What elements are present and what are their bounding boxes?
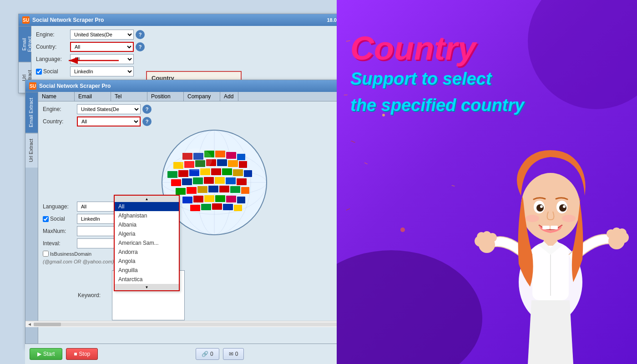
svg-rect-35 (226, 177, 236, 184)
svg-point-63 (488, 233, 497, 242)
link-button[interactable]: 🔗 0 (196, 348, 219, 360)
svg-rect-37 (176, 188, 186, 195)
svg-rect-20 (228, 160, 238, 167)
svg-rect-49 (237, 197, 245, 203)
svg-rect-29 (244, 170, 252, 177)
svg-rect-50 (190, 205, 200, 211)
svg-rect-46 (204, 195, 214, 202)
start-icon: ▶ (37, 351, 41, 357)
bg-social-checkbox[interactable] (36, 69, 42, 75)
col-tel: Tel (111, 92, 147, 101)
dropdown-item-anguilla[interactable]: Anguilla (115, 266, 179, 275)
svg-rect-52 (212, 203, 222, 210)
bg-window-titlebar: SU Social Network Scraper Pro 18.0.1 — □… (19, 14, 337, 26)
svg-rect-78 (551, 226, 558, 229)
fg-country-select[interactable]: All (77, 116, 141, 126)
svg-point-75 (540, 205, 543, 208)
dropdown-item-antarctica[interactable]: Antarctica (115, 275, 179, 284)
bg-country-row: Country: All ? (36, 42, 337, 52)
fg-url-extract-tab[interactable]: Url Extract (25, 133, 38, 167)
svg-rect-22 (167, 171, 177, 178)
fg-country-help[interactable]: ? (142, 117, 152, 126)
link-icon: 🔗 (202, 351, 208, 357)
country-dropdown: ▲ All Afghanistan Albania Algeria Americ… (114, 195, 180, 291)
svg-rect-13 (226, 152, 236, 159)
svg-point-68 (607, 229, 616, 238)
dropdown-item-all[interactable]: All (115, 202, 179, 211)
fg-window-titlebar: SU Social Network Scraper Pro 18.0.1 — □… (25, 80, 337, 92)
fg-isbusiness-checkbox[interactable] (43, 251, 49, 257)
bg-engine-row: Engine: United States(De ? (36, 30, 337, 40)
svg-point-79 (526, 215, 539, 222)
svg-rect-32 (193, 177, 203, 184)
fg-engine-label: Engine: (43, 106, 77, 112)
svg-rect-39 (197, 186, 207, 193)
stop-button[interactable]: ■ Stop (66, 348, 98, 360)
fg-engine-help[interactable]: ? (142, 105, 152, 114)
foreground-window: SU Social Network Scraper Pro 18.0.1 — □… (25, 80, 337, 348)
bg-email-extract-tab[interactable]: Email Extract (19, 26, 31, 62)
email-count: 0 (235, 351, 238, 357)
fg-email-extract-tab[interactable]: Email Extract (25, 92, 38, 133)
email-icon: ✉ (229, 351, 233, 357)
start-label: Start (43, 351, 55, 357)
fg-window-title: Social Network Scraper Pro (39, 83, 337, 89)
fg-keyword-label: Keyword: (78, 292, 112, 298)
bg-engine-label: Engine: (36, 31, 70, 38)
email-button[interactable]: ✉ 0 (223, 348, 244, 360)
svg-rect-34 (215, 177, 225, 184)
bg-engine-help[interactable]: ? (136, 30, 145, 39)
bg-country-label: Country: (36, 44, 70, 50)
dropdown-item-albania[interactable]: Albania (115, 220, 179, 229)
dropdown-item-andorra[interactable]: Andorra (115, 248, 179, 257)
svg-rect-31 (182, 178, 192, 185)
fg-engine-row: Engine: United States(De ? (43, 104, 337, 114)
country-title: Country (350, 32, 524, 65)
svg-rect-19 (217, 159, 227, 166)
fg-filter-row: (@gmail.com OR @yahoo.com) (43, 259, 337, 264)
bg-window-logo: SU (22, 16, 30, 24)
dropdown-item-angola[interactable]: Angola (115, 257, 179, 266)
country-arrow (64, 51, 123, 70)
bg-country-select[interactable]: All (70, 42, 134, 52)
col-company: Company (184, 92, 220, 101)
fg-side-tabs: Email Extract Url Extract (25, 92, 38, 348)
bg-engine-select[interactable]: United States(De (70, 30, 134, 40)
fg-country-label: Country: (43, 118, 77, 125)
bottom-bar: ▶ Start ■ Stop 🔗 0 ✉ 0 📊 Exprot ℹ About (25, 344, 337, 364)
fg-isbusiness-label: IsBusinessDomain (50, 251, 91, 257)
svg-rect-42 (230, 186, 240, 193)
fg-window-logo: SU (29, 82, 36, 90)
fg-engine-select[interactable]: United States(De (77, 104, 141, 114)
fg-social-checkbox[interactable] (43, 216, 49, 222)
right-panel: ~ ~ ~ ~ ~ ~ ~ ~ Country Support to selec… (337, 0, 637, 364)
fg-table-header: Name Email Tel Position Company Add (38, 92, 337, 101)
dropdown-item-american-sam[interactable]: American Sam... (115, 238, 179, 248)
dropdown-item-algeria[interactable]: Algeria (115, 229, 179, 238)
subtitle-line-1: Support to select (350, 69, 524, 89)
confetti-3: ~ (343, 91, 349, 99)
svg-rect-14 (237, 154, 245, 160)
svg-rect-53 (223, 204, 233, 210)
dot-3 (400, 228, 405, 232)
start-button[interactable]: ▶ Start (30, 348, 62, 360)
bg-country-help[interactable]: ? (136, 42, 145, 51)
svg-rect-44 (182, 197, 192, 203)
fg-country-row: Country: All ? (43, 116, 337, 126)
svg-rect-40 (208, 186, 218, 192)
bg-window-title: Social Network Scraper Pro (32, 17, 327, 23)
dropdown-scroll-up[interactable]: ▲ (115, 196, 179, 202)
svg-rect-12 (215, 151, 225, 157)
stop-label: Stop (79, 351, 91, 357)
fg-maxnum-label: MaxNum: (43, 228, 77, 234)
dropdown-item-afghanistan[interactable]: Afghanistan (115, 211, 179, 220)
fg-interval-row: Inteval: ? (43, 238, 337, 248)
svg-point-74 (559, 204, 566, 212)
fg-interval-label: Inteval: (43, 240, 77, 247)
fg-isbusiness-row: IsBusinessDomain (43, 251, 337, 257)
character-svg (464, 91, 637, 364)
svg-rect-43 (241, 187, 249, 194)
dropdown-scroll-down[interactable]: ▼ (115, 284, 179, 290)
svg-rect-38 (187, 187, 197, 194)
col-name: Name (38, 92, 75, 101)
